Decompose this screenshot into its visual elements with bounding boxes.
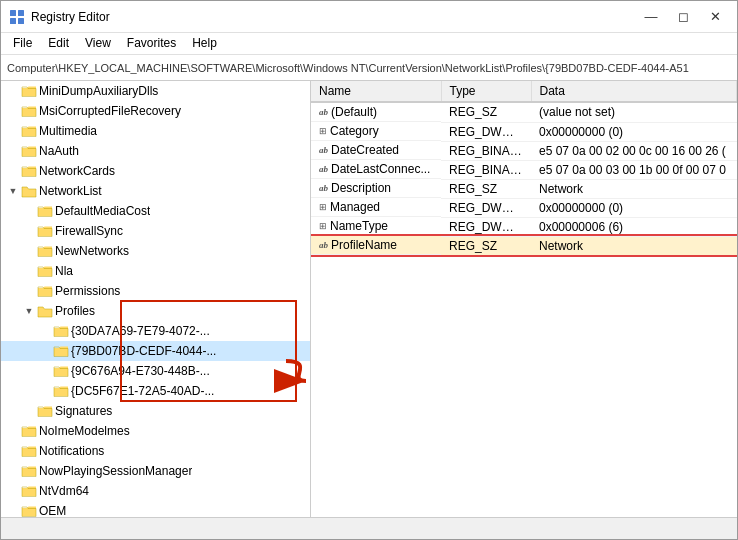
table-row[interactable]: ⊞Category REG_DWORD 0x00000000 (0) <box>311 122 737 141</box>
string-icon: ab <box>319 107 328 117</box>
tree-label: NetworkCards <box>39 164 115 178</box>
string-icon: ab <box>319 240 328 250</box>
cell-data: (value not set) <box>531 102 737 122</box>
folder-icon <box>21 463 39 479</box>
entry-name: Description <box>331 181 391 195</box>
tree-expand-arrow[interactable]: ▼ <box>5 183 21 199</box>
entry-name: DateLastConnec... <box>331 162 430 176</box>
col-header-type[interactable]: Type <box>441 81 531 102</box>
tree-item[interactable]: {30DA7A69-7E79-4072-... <box>1 321 310 341</box>
tree-label: MsiCorruptedFileRecovery <box>39 104 181 118</box>
folder-icon <box>21 143 39 159</box>
tree-label: NowPlayingSessionManager <box>39 464 192 478</box>
tree-spacer <box>5 463 21 479</box>
tree-item[interactable]: NoImeModelmes <box>1 421 310 441</box>
tree-spacer <box>21 263 37 279</box>
cell-name: ⊞Category <box>311 122 441 141</box>
tree-item[interactable]: MsiCorruptedFileRecovery <box>1 101 310 121</box>
cell-name: ⊞Managed <box>311 198 441 217</box>
table-row[interactable]: abDescription REG_SZ Network <box>311 179 737 198</box>
tree-label: NoImeModelmes <box>39 424 130 438</box>
close-button[interactable]: ✕ <box>701 7 729 27</box>
tree-item[interactable]: ▼ Profiles <box>1 301 310 321</box>
cell-type: REG_SZ <box>441 179 531 198</box>
tree-item[interactable]: {79BD07BD-CEDF-4044-... <box>1 341 310 361</box>
menu-help[interactable]: Help <box>184 35 225 52</box>
tree-spacer <box>5 143 21 159</box>
tree-container: MiniDumpAuxiliaryDlls MsiCorruptedFileRe… <box>1 81 310 517</box>
folder-icon <box>21 83 39 99</box>
cell-data: Network <box>531 179 737 198</box>
entry-name: ProfileName <box>331 238 397 252</box>
tree-item[interactable]: Nla <box>1 261 310 281</box>
folder-icon <box>21 183 39 199</box>
col-header-data[interactable]: Data <box>531 81 737 102</box>
tree-item[interactable]: FirewallSync <box>1 221 310 241</box>
tree-item[interactable]: MiniDumpAuxiliaryDlls <box>1 81 310 101</box>
cell-name: abProfileName <box>311 236 441 255</box>
minimize-button[interactable]: — <box>637 7 665 27</box>
tree-label: {79BD07BD-CEDF-4044-... <box>71 344 216 358</box>
tree-label: {9C676A94-E730-448B-... <box>71 364 210 378</box>
tree-label: Profiles <box>55 304 95 318</box>
cell-type: REG_SZ <box>441 102 531 122</box>
menu-favorites[interactable]: Favorites <box>119 35 184 52</box>
tree-item[interactable]: NowPlayingSessionManager <box>1 461 310 481</box>
col-header-name[interactable]: Name <box>311 81 441 102</box>
svg-rect-0 <box>10 10 16 16</box>
folder-icon <box>37 243 55 259</box>
tree-item[interactable]: ▼ NetworkList <box>1 181 310 201</box>
cell-name: abDateLastConnec... <box>311 160 441 179</box>
tree-spacer <box>5 443 21 459</box>
entry-name: (Default) <box>331 105 377 119</box>
table-row[interactable]: abProfileName REG_SZ Network <box>311 236 737 255</box>
folder-icon <box>37 283 55 299</box>
dword-icon: ⊞ <box>319 221 327 231</box>
tree-item[interactable]: NtVdm64 <box>1 481 310 501</box>
tree-item[interactable]: DefaultMediaCost <box>1 201 310 221</box>
folder-icon <box>53 343 71 359</box>
tree-item[interactable]: NetworkCards <box>1 161 310 181</box>
table-row[interactable]: ⊞NameType REG_DWORD 0x00000006 (6) <box>311 217 737 236</box>
folder-icon <box>21 443 39 459</box>
tree-item[interactable]: Signatures <box>1 401 310 421</box>
table-row[interactable]: abDateCreated REG_BINARY e5 07 0a 00 02 … <box>311 141 737 160</box>
svg-rect-3 <box>18 18 24 24</box>
table-row[interactable]: ⊞Managed REG_DWORD 0x00000000 (0) <box>311 198 737 217</box>
tree-item[interactable]: OEM <box>1 501 310 517</box>
tree-item[interactable]: Permissions <box>1 281 310 301</box>
folder-icon <box>53 323 71 339</box>
cell-type: REG_BINARY <box>441 160 531 179</box>
tree-item[interactable]: NaAuth <box>1 141 310 161</box>
maximize-button[interactable]: ◻ <box>669 7 697 27</box>
folder-icon <box>21 123 39 139</box>
status-bar <box>1 517 737 539</box>
tree-label: NaAuth <box>39 144 79 158</box>
table-row[interactable]: ab(Default) REG_SZ (value not set) <box>311 102 737 122</box>
dword-icon: ⊞ <box>319 126 327 136</box>
tree-expand-arrow[interactable]: ▼ <box>21 303 37 319</box>
svg-rect-2 <box>10 18 16 24</box>
tree-item[interactable]: Multimedia <box>1 121 310 141</box>
menu-bar: File Edit View Favorites Help <box>1 33 737 55</box>
tree-item[interactable]: {DC5F67E1-72A5-40AD-... <box>1 381 310 401</box>
cell-type: REG_DWORD <box>441 198 531 217</box>
menu-file[interactable]: File <box>5 35 40 52</box>
menu-edit[interactable]: Edit <box>40 35 77 52</box>
folder-icon <box>37 263 55 279</box>
cell-data: 0x00000000 (0) <box>531 122 737 141</box>
table-row[interactable]: abDateLastConnec... REG_BINARY e5 07 0a … <box>311 160 737 179</box>
tree-spacer <box>21 283 37 299</box>
tree-label: MiniDumpAuxiliaryDlls <box>39 84 158 98</box>
tree-item[interactable]: Notifications <box>1 441 310 461</box>
tree-spacer <box>5 163 21 179</box>
right-panel[interactable]: Name Type Data ab(Default) REG_SZ (value… <box>311 81 737 517</box>
svg-rect-1 <box>18 10 24 16</box>
tree-item[interactable]: {9C676A94-E730-448B-... <box>1 361 310 381</box>
left-panel[interactable]: MiniDumpAuxiliaryDlls MsiCorruptedFileRe… <box>1 81 311 517</box>
tree-item[interactable]: NewNetworks <box>1 241 310 261</box>
menu-view[interactable]: View <box>77 35 119 52</box>
tree-label: NetworkList <box>39 184 102 198</box>
tree-spacer <box>21 223 37 239</box>
tree-spacer <box>5 423 21 439</box>
